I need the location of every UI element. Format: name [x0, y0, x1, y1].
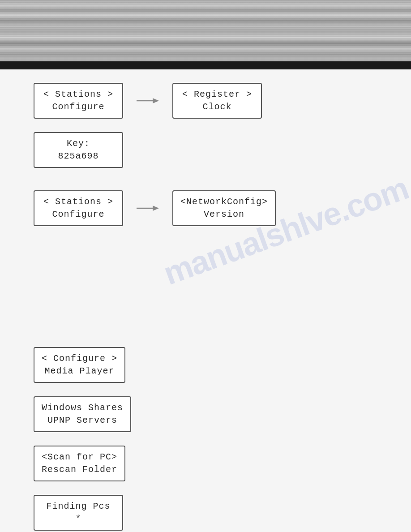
key-line1: Key: [42, 137, 115, 150]
finding-line1: Finding Pcs [42, 500, 115, 513]
diagram-row-2: < Stations > Configure <NetworkConfig> V… [34, 190, 377, 226]
stations2-line1: < Stations > [42, 196, 115, 208]
arrow-2 [137, 203, 159, 214]
configure-line2: Media Player [42, 365, 117, 378]
svg-marker-1 [153, 98, 159, 103]
section-group-1: < Stations > Configure < Register > Cloc… [34, 83, 377, 168]
configure-line1: < Configure > [42, 352, 117, 365]
scan-line1: <Scan for PC> [42, 451, 117, 463]
stations2-line2: Configure [42, 208, 115, 221]
lcd-stations-configure-1: < Stations > Configure [34, 83, 123, 119]
windows-line1: Windows Shares [42, 402, 123, 414]
svg-marker-3 [153, 206, 159, 211]
main-content: manualshlve.com < Stations > Configure <… [0, 69, 411, 532]
register-line2: Clock [180, 101, 254, 113]
lcd-windows-shares: Windows Shares UPNP Servers [34, 396, 131, 432]
register-line1: < Register > [180, 88, 254, 101]
arrow-icon-1 [137, 95, 159, 106]
section-configure-media: < Configure > Media Player [34, 347, 377, 383]
section-key: Key: 825a698 [34, 132, 377, 168]
netconfig-line2: Version [180, 208, 268, 221]
diagram-row-1: < Stations > Configure < Register > Cloc… [34, 83, 377, 119]
lcd-register-clock: < Register > Clock [172, 83, 262, 119]
header-texture [0, 0, 411, 61]
section-finding-pcs: Finding Pcs * [34, 495, 377, 531]
spacer [34, 249, 377, 347]
section-scan-pc: <Scan for PC> Rescan Folder [34, 446, 377, 481]
key-line2: 825a698 [42, 150, 115, 163]
lcd-finding-pcs: Finding Pcs * [34, 495, 123, 531]
netconfig-line1: <NetworkConfig> [180, 196, 268, 208]
lcd-stations-configure-2: < Stations > Configure [34, 190, 123, 226]
header-banner [0, 0, 411, 69]
arrow-1 [137, 95, 159, 106]
section-group-2: < Stations > Configure <NetworkConfig> V… [34, 190, 377, 226]
scan-line2: Rescan Folder [42, 463, 117, 476]
section-group-3: < Configure > Media Player Windows Share… [34, 347, 377, 532]
lcd-key: Key: 825a698 [34, 132, 123, 168]
windows-line2: UPNP Servers [42, 414, 123, 427]
stations-line1: < Stations > [42, 88, 115, 101]
lcd-configure-media-player: < Configure > Media Player [34, 347, 125, 383]
finding-line2: * [42, 513, 115, 525]
lcd-scan-for-pc: <Scan for PC> Rescan Folder [34, 446, 125, 481]
arrow-icon-2 [137, 203, 159, 214]
lcd-networkconfig-version: <NetworkConfig> Version [172, 190, 276, 226]
stations-line2: Configure [42, 101, 115, 113]
section-windows-shares: Windows Shares UPNP Servers [34, 396, 377, 432]
